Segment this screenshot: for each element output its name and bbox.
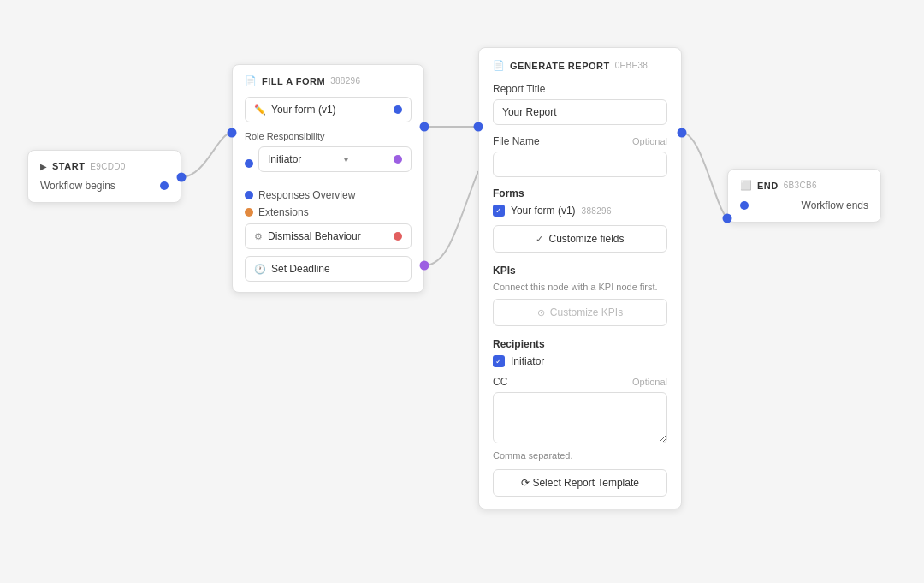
file-name-optional: Optional	[632, 136, 667, 146]
forms-section-title: Forms	[493, 187, 667, 199]
set-deadline-label: Set Deadline	[271, 263, 330, 275]
responses-overview-row: Responses Overview	[245, 189, 412, 201]
kpi-description: Connect this node with a KPI node first.	[493, 282, 667, 292]
connector-lines	[0, 0, 924, 583]
generate-report-title: GENERATE REPORT	[510, 61, 610, 71]
start-node: ▶ START E9CDD0 Workflow begins	[27, 150, 181, 203]
cc-optional: Optional	[632, 377, 667, 387]
fill-form-title: FILL A FORM	[262, 76, 325, 86]
start-node-header: ▶ START E9CDD0	[40, 161, 169, 171]
form-btn-inner: ✏️ Your form (v1)	[254, 104, 336, 116]
end-node: ⬜ END 6B3CB6 Workflow ends	[727, 169, 881, 223]
dismissal-label: Dismissal Behaviour	[268, 230, 361, 242]
generate-report-id: 0EBE38	[615, 61, 649, 70]
fill-form-node: 📄 FILL A FORM 388296 ✏️ Your form (v1) R…	[232, 64, 424, 293]
start-node-body-text: Workflow begins	[40, 180, 116, 192]
workflow-canvas: ▶ START E9CDD0 Workflow begins 📄 FILL A …	[0, 0, 924, 583]
report-title-input[interactable]	[493, 99, 667, 125]
select-template-label: ⟳ Select Report Template	[521, 477, 639, 489]
settings-icon: ⚙	[254, 231, 263, 242]
responses-dot	[245, 191, 253, 199]
edge-dot-form-in	[228, 128, 237, 138]
stop-icon: ⬜	[740, 180, 752, 191]
play-icon: ▶	[40, 162, 47, 171]
form-checkbox-label: Your form (v1)	[511, 205, 576, 217]
end-node-body-text: Workflow ends	[802, 199, 868, 211]
dismissal-behaviour-button[interactable]: ⚙ Dismissal Behaviour	[245, 223, 412, 249]
cc-textarea[interactable]	[493, 392, 667, 443]
fill-form-header: 📄 FILL A FORM 388296	[245, 75, 412, 86]
select-report-template-button[interactable]: ⟳ Select Report Template	[493, 469, 667, 497]
end-node-input-dot	[740, 201, 749, 210]
extensions-label: Extensions	[258, 206, 309, 218]
end-node-body: Workflow ends	[740, 199, 868, 211]
check-icon: ✓	[536, 234, 543, 245]
chevron-down-icon: ▾	[344, 155, 348, 164]
start-node-output-dot	[160, 181, 169, 190]
form-select-button[interactable]: ✏️ Your form (v1)	[245, 97, 412, 122]
role-dropdown[interactable]: Initiator ▾	[258, 146, 412, 172]
form-checkbox[interactable]: ✓	[493, 205, 505, 217]
end-node-title: END	[757, 181, 779, 191]
customize-fields-button[interactable]: ✓ Customize fields	[493, 225, 667, 253]
role-value: Initiator	[268, 153, 301, 165]
edge-dot-start-out	[177, 173, 187, 182]
kpi-section-title: KPIs	[493, 265, 667, 277]
responses-overview-label: Responses Overview	[258, 189, 355, 201]
start-node-body: Workflow begins	[40, 180, 169, 192]
cycle-icon: ⊙	[537, 307, 545, 318]
dismissal-output-dot	[394, 232, 402, 241]
initiator-checkbox-row: ✓ Initiator	[493, 355, 667, 367]
file-name-input[interactable]	[493, 152, 667, 177]
end-node-id: 6B3CB6	[784, 181, 817, 190]
customize-kpi-label: Customize KPIs	[550, 306, 623, 318]
pen-icon: ✏️	[254, 104, 266, 116]
clock-icon: 🕐	[254, 264, 266, 275]
comma-note: Comma separated.	[493, 450, 667, 461]
generate-report-header: 📄 GENERATE REPORT 0EBE38	[493, 60, 667, 71]
customize-kpi-button[interactable]: ⊙ Customize KPIs	[493, 299, 667, 326]
document-icon: 📄	[245, 75, 257, 86]
customize-fields-label: Customize fields	[548, 233, 624, 245]
role-output-dot	[394, 155, 402, 164]
file-name-field-label: File Name Optional	[493, 135, 667, 147]
edge-dot-form-dismissal-out	[420, 261, 429, 271]
initiator-checkbox[interactable]: ✓	[493, 355, 505, 367]
edge-dot-report-in	[474, 122, 483, 132]
set-deadline-button[interactable]: 🕐 Set Deadline	[245, 256, 412, 282]
report-doc-icon: 📄	[493, 60, 505, 71]
report-title-field-label: Report Title	[493, 83, 667, 95]
extensions-dot	[245, 208, 253, 217]
dismissal-btn-inner: ⚙ Dismissal Behaviour	[254, 230, 361, 242]
form-checkbox-id: 388296	[582, 206, 612, 216]
form-btn-output-dot	[394, 105, 402, 114]
cc-field-label: CC Optional	[493, 376, 667, 388]
role-section-label: Role Responsibility	[245, 131, 412, 141]
edge-dot-end-in	[723, 214, 732, 223]
form-checkbox-row: ✓ Your form (v1) 388296	[493, 205, 667, 217]
edge-dot-report-out	[678, 128, 687, 138]
extensions-row: Extensions	[245, 206, 412, 218]
role-input-dot	[245, 159, 253, 168]
end-node-header: ⬜ END 6B3CB6	[740, 180, 868, 191]
start-node-title: START	[52, 161, 85, 171]
edge-dot-form-out	[420, 122, 429, 132]
generate-report-node: 📄 GENERATE REPORT 0EBE38 Report Title Fi…	[478, 47, 682, 509]
form-btn-label: Your form (v1)	[271, 104, 336, 116]
recipients-section-title: Recipients	[493, 338, 667, 350]
start-node-id: E9CDD0	[90, 162, 125, 171]
initiator-label: Initiator	[511, 355, 544, 367]
deadline-btn-inner: 🕐 Set Deadline	[254, 263, 330, 275]
fill-form-id: 388296	[330, 76, 360, 86]
